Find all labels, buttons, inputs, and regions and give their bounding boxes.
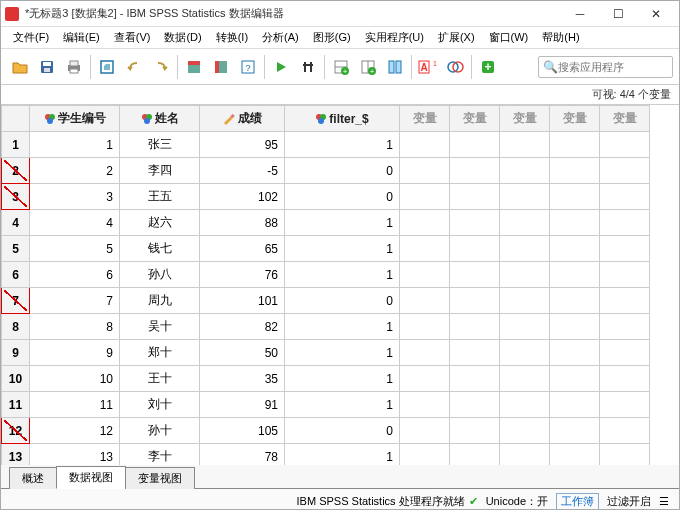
cell-id[interactable]: 4 [30, 210, 120, 236]
cell-empty[interactable] [600, 236, 650, 262]
menu-item[interactable]: 分析(A) [256, 28, 305, 47]
cell-id[interactable]: 7 [30, 288, 120, 314]
cell-name[interactable]: 王五 [120, 184, 200, 210]
cell-empty[interactable] [500, 366, 550, 392]
cell-empty[interactable] [400, 210, 450, 236]
cell-name[interactable]: 周九 [120, 288, 200, 314]
col-header-var[interactable]: 变量 [600, 106, 650, 132]
table-row[interactable]: 10 10 王十 35 1 [2, 366, 650, 392]
find-button[interactable] [295, 53, 321, 81]
cell-empty[interactable] [550, 288, 600, 314]
search-box[interactable]: 🔍 [538, 56, 673, 78]
tab[interactable]: 变量视图 [125, 467, 195, 489]
menu-item[interactable]: 数据(D) [158, 28, 207, 47]
cell-empty[interactable] [550, 314, 600, 340]
cell-empty[interactable] [600, 314, 650, 340]
cell-score[interactable]: 50 [200, 340, 285, 366]
row-header[interactable]: 3 [2, 184, 30, 210]
row-header[interactable]: 10 [2, 366, 30, 392]
cell-id[interactable]: 5 [30, 236, 120, 262]
insert-var-button[interactable]: + [355, 53, 381, 81]
row-header[interactable]: 6 [2, 262, 30, 288]
cell-empty[interactable] [500, 314, 550, 340]
row-header[interactable]: 7 [2, 288, 30, 314]
cell-empty[interactable] [500, 444, 550, 466]
menu-item[interactable]: 转换(I) [210, 28, 254, 47]
cell-filter[interactable]: 1 [285, 444, 400, 466]
menu-item[interactable]: 图形(G) [307, 28, 357, 47]
cell-filter[interactable]: 1 [285, 132, 400, 158]
search-input[interactable] [558, 61, 668, 73]
cell-filter[interactable]: 1 [285, 340, 400, 366]
col-header-filter[interactable]: filter_$ [285, 106, 400, 132]
use-sets-button[interactable]: + [475, 53, 501, 81]
table-row[interactable]: 12 12 孙十 105 0 [2, 418, 650, 444]
row-header[interactable]: 8 [2, 314, 30, 340]
cell-id[interactable]: 10 [30, 366, 120, 392]
cell-empty[interactable] [550, 236, 600, 262]
goto-case-button[interactable] [181, 53, 207, 81]
row-header[interactable]: 4 [2, 210, 30, 236]
table-row[interactable]: 9 9 郑十 50 1 [2, 340, 650, 366]
cell-empty[interactable] [500, 210, 550, 236]
cell-id[interactable]: 11 [30, 392, 120, 418]
cell-empty[interactable] [400, 314, 450, 340]
cell-empty[interactable] [550, 184, 600, 210]
col-header-var[interactable]: 变量 [500, 106, 550, 132]
cell-empty[interactable] [600, 366, 650, 392]
cell-empty[interactable] [500, 236, 550, 262]
cell-empty[interactable] [400, 392, 450, 418]
cell-score[interactable]: -5 [200, 158, 285, 184]
cell-name[interactable]: 孙十 [120, 418, 200, 444]
col-header-score[interactable]: 成绩 [200, 106, 285, 132]
cell-score[interactable]: 105 [200, 418, 285, 444]
table-row[interactable]: 8 8 吴十 82 1 [2, 314, 650, 340]
cell-id[interactable]: 2 [30, 158, 120, 184]
cell-id[interactable]: 8 [30, 314, 120, 340]
data-grid[interactable]: 学生编号 姓名 成绩 filter_$ 变量 变量 变量 变量 变量 1 1 张… [1, 105, 679, 465]
table-row[interactable]: 1 1 张三 95 1 [2, 132, 650, 158]
cell-empty[interactable] [450, 236, 500, 262]
open-button[interactable] [7, 53, 33, 81]
cell-empty[interactable] [450, 392, 500, 418]
cell-empty[interactable] [600, 158, 650, 184]
row-header[interactable]: 13 [2, 444, 30, 466]
variables-button[interactable]: ? [235, 53, 261, 81]
split-button[interactable] [382, 53, 408, 81]
cell-name[interactable]: 李四 [120, 158, 200, 184]
cell-score[interactable]: 65 [200, 236, 285, 262]
value-labels-button[interactable] [442, 53, 468, 81]
print-button[interactable] [61, 53, 87, 81]
cell-score[interactable]: 101 [200, 288, 285, 314]
cell-filter[interactable]: 1 [285, 392, 400, 418]
cell-name[interactable]: 刘十 [120, 392, 200, 418]
table-row[interactable]: 13 13 李十 78 1 [2, 444, 650, 466]
cell-empty[interactable] [450, 418, 500, 444]
tab[interactable]: 概述 [9, 467, 57, 489]
cell-id[interactable]: 3 [30, 184, 120, 210]
col-header-var[interactable]: 变量 [550, 106, 600, 132]
cell-filter[interactable]: 1 [285, 314, 400, 340]
cell-empty[interactable] [500, 392, 550, 418]
menu-item[interactable]: 帮助(H) [536, 28, 585, 47]
goto-var-button[interactable] [208, 53, 234, 81]
maximize-button[interactable]: ☐ [599, 2, 637, 26]
menu-item[interactable]: 实用程序(U) [359, 28, 430, 47]
cell-score[interactable]: 82 [200, 314, 285, 340]
table-row[interactable]: 6 6 孙八 76 1 [2, 262, 650, 288]
cell-empty[interactable] [550, 366, 600, 392]
cell-filter[interactable]: 1 [285, 262, 400, 288]
cell-score[interactable]: 91 [200, 392, 285, 418]
workbook-status[interactable]: 工作簿 [556, 493, 599, 510]
table-row[interactable]: 4 4 赵六 88 1 [2, 210, 650, 236]
cell-empty[interactable] [400, 184, 450, 210]
redo-button[interactable] [148, 53, 174, 81]
menu-item[interactable]: 扩展(X) [432, 28, 481, 47]
cell-empty[interactable] [450, 366, 500, 392]
row-header[interactable]: 12 [2, 418, 30, 444]
cell-empty[interactable] [500, 262, 550, 288]
table-row[interactable]: 7 7 周九 101 0 [2, 288, 650, 314]
cell-empty[interactable] [450, 210, 500, 236]
cell-name[interactable]: 赵六 [120, 210, 200, 236]
menu-item[interactable]: 编辑(E) [57, 28, 106, 47]
